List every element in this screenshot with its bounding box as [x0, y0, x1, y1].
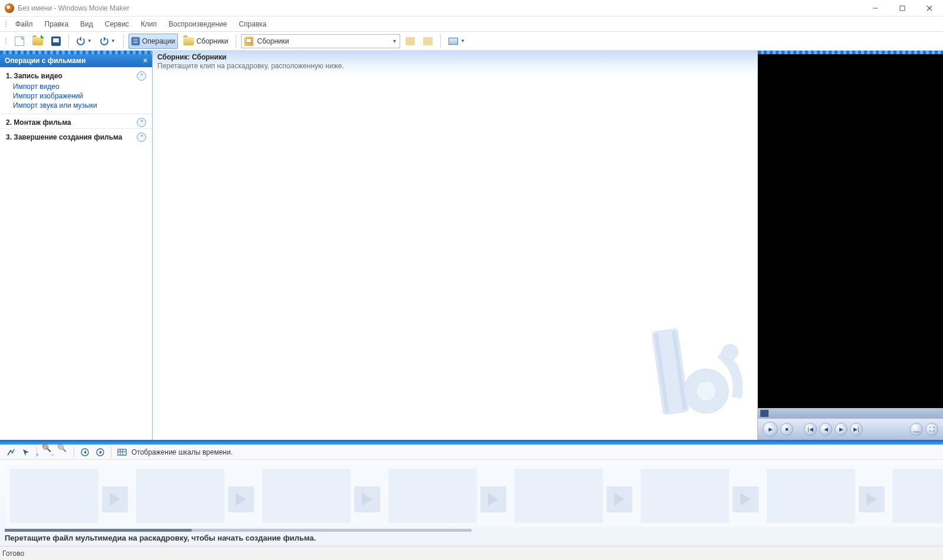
- chevron-down-icon[interactable]: ▼: [460, 38, 465, 44]
- tasks-icon: [131, 37, 140, 45]
- storyboard[interactable]: Перетащите файл мультимедиа на раскадров…: [0, 460, 943, 546]
- chevron-down-icon[interactable]: ▼: [87, 38, 92, 44]
- folder-icon: [244, 37, 253, 46]
- task-pane-close-icon[interactable]: ×: [143, 57, 147, 65]
- save-icon: [51, 37, 61, 46]
- svg-rect-12: [118, 449, 126, 455]
- expand-toggle-icon[interactable]: ˅: [137, 118, 146, 127]
- storyboard-cell[interactable]: [384, 465, 510, 527]
- storyboard-cell[interactable]: [6, 465, 132, 527]
- chevron-down-icon[interactable]: ▼: [111, 38, 116, 44]
- undo-button[interactable]: ▼: [74, 34, 95, 49]
- undo-icon: [77, 37, 85, 45]
- collection-panel: Сборник: Сборники Перетащите клип на рас…: [152, 51, 757, 440]
- clip-placeholder: [767, 469, 855, 523]
- storyboard-hint: Перетащите файл мультимедиа на раскадров…: [5, 534, 316, 542]
- tasks-toggle-button[interactable]: Операции: [128, 34, 178, 49]
- clip-placeholder: [10, 469, 98, 523]
- zoom-out-button[interactable]: [57, 446, 69, 458]
- play-button[interactable]: ▶: [763, 422, 778, 437]
- menu-clip[interactable]: Клип: [135, 18, 163, 31]
- task-group-capture[interactable]: 1. Запись видео ˄: [0, 67, 152, 82]
- new-project-button[interactable]: [12, 34, 27, 49]
- collapse-toggle-icon[interactable]: ˄: [137, 71, 146, 81]
- timeline-toggle-button[interactable]: [116, 446, 128, 458]
- collection-hint: Перетащите клип на раскадровку, располож…: [157, 62, 753, 70]
- svg-rect-4: [652, 329, 689, 415]
- collection-body[interactable]: [153, 76, 757, 440]
- storyboard-cell[interactable]: [637, 465, 763, 527]
- transition-placeholder[interactable]: [480, 486, 506, 512]
- timeline-icon: [117, 448, 127, 456]
- fullscreen-button[interactable]: ⛶: [925, 423, 938, 436]
- expand-toggle-icon[interactable]: ˅: [137, 132, 146, 142]
- link-import-audio[interactable]: Импорт звука или музыки: [13, 101, 146, 110]
- transition-placeholder[interactable]: [354, 486, 380, 512]
- storyboard-cell[interactable]: [763, 465, 889, 527]
- clip-placeholder: [515, 469, 603, 523]
- zoom-out-icon: [57, 443, 69, 460]
- preview-screen: [758, 54, 943, 408]
- menu-help[interactable]: Справка: [233, 18, 272, 31]
- maximize-button[interactable]: [889, 0, 916, 16]
- storyboard-cell[interactable]: [258, 465, 384, 527]
- rewind-button[interactable]: [79, 446, 91, 458]
- preview-seek-bar[interactable]: [758, 408, 943, 419]
- pointer-icon: [21, 448, 31, 457]
- menu-tools[interactable]: Сервис: [99, 18, 135, 31]
- task-group-title: 2. Монтаж фильма: [6, 118, 137, 127]
- redo-button[interactable]: ▼: [97, 34, 118, 49]
- transition-placeholder[interactable]: [102, 486, 128, 512]
- storyboard-cell[interactable]: [132, 465, 258, 527]
- seek-position-icon[interactable]: [760, 410, 769, 417]
- menu-edit[interactable]: Правка: [39, 18, 75, 31]
- storyboard-scrollbar[interactable]: [5, 529, 472, 532]
- up-folder-button[interactable]: [403, 34, 418, 49]
- view-icon: [449, 38, 458, 45]
- split-clip-button[interactable]: ⎯⎯: [910, 423, 923, 436]
- transition-placeholder[interactable]: [228, 486, 254, 512]
- storyboard-cell[interactable]: [889, 465, 943, 527]
- task-group-finish[interactable]: 3. Завершение создания фильма ˅: [0, 128, 152, 143]
- menu-file[interactable]: Файл: [9, 18, 39, 31]
- collections-icon: [183, 37, 194, 45]
- mic-level-icon: [6, 448, 15, 457]
- step-forward-button[interactable]: ▶: [835, 423, 848, 436]
- set-level-button[interactable]: [5, 446, 17, 458]
- link-import-video[interactable]: Импорт видео: [13, 82, 146, 91]
- chevron-down-icon[interactable]: ▾: [392, 38, 397, 44]
- clip-placeholder: [388, 469, 477, 523]
- play-timeline-button[interactable]: [94, 446, 106, 458]
- transition-placeholder[interactable]: [859, 486, 885, 512]
- collections-combo[interactable]: Сборники ▾: [241, 34, 400, 48]
- grip-handle[interactable]: [6, 35, 9, 47]
- collections-toggle-button[interactable]: Сборники: [180, 34, 231, 49]
- transition-placeholder[interactable]: [606, 486, 632, 512]
- storyboard-cell[interactable]: [510, 465, 637, 527]
- minimize-button[interactable]: [862, 0, 889, 16]
- link-import-images[interactable]: Импорт изображений: [13, 91, 146, 101]
- view-mode-button[interactable]: ▼: [446, 34, 468, 49]
- open-project-button[interactable]: [29, 34, 46, 49]
- narrate-button[interactable]: [20, 446, 32, 458]
- svg-rect-1: [900, 6, 905, 11]
- preview-controls: ▶ ■ |◀ ◀ ▶ ▶| ⎯⎯ ⛶: [758, 419, 943, 440]
- separator: [68, 35, 69, 48]
- next-clip-button[interactable]: ▶|: [850, 423, 863, 436]
- task-group-edit[interactable]: 2. Монтаж фильма ˅: [0, 114, 152, 128]
- separator: [74, 447, 74, 458]
- menu-play[interactable]: Воспроизведение: [163, 18, 233, 31]
- stop-button[interactable]: ■: [780, 423, 793, 436]
- save-project-button[interactable]: [48, 34, 64, 49]
- timeline-toggle-label[interactable]: Отображение шкалы времени.: [131, 448, 233, 456]
- status-text: Готово: [2, 549, 24, 558]
- transition-placeholder[interactable]: [733, 486, 759, 512]
- open-icon: [32, 37, 43, 45]
- new-folder-button[interactable]: [420, 34, 436, 49]
- clip-placeholder: [262, 469, 351, 523]
- menu-view[interactable]: Вид: [74, 18, 99, 31]
- step-back-button[interactable]: ◀: [819, 423, 832, 436]
- prev-clip-button[interactable]: |◀: [804, 423, 817, 436]
- splitter-horizontal[interactable]: [0, 440, 943, 445]
- close-button[interactable]: [916, 0, 943, 16]
